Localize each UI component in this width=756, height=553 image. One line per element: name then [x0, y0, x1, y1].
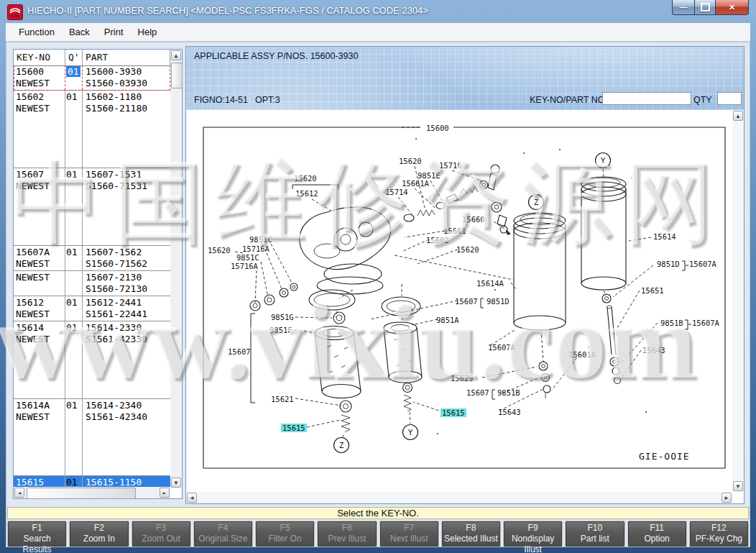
menu-back[interactable]: Back [62, 24, 97, 40]
key-no-cell[interactable]: 15615 [14, 476, 65, 488]
part-label[interactable]: 9851C [236, 253, 259, 262]
part-label[interactable]: 15620 [456, 245, 479, 254]
scroll-left-icon[interactable]: ◄ [14, 488, 24, 498]
fkey-f5-button[interactable]: F5Filter On [255, 521, 315, 547]
table-row[interactable]: 15600NEWEST0115600-3930S1560-03930 [14, 65, 170, 91]
part-label[interactable]: 15607 [228, 347, 251, 356]
scroll-up-icon[interactable]: ▲ [733, 111, 743, 121]
part-label[interactable]: 15661 [443, 227, 466, 235]
menu-function[interactable]: Function [11, 24, 62, 40]
fkey-f6-button[interactable]: F6Prev Illust [317, 521, 377, 547]
part-label[interactable]: 15716 [439, 161, 462, 170]
key-no-cell[interactable]: 15607NEWEST [14, 168, 65, 245]
scroll-down-icon[interactable]: ▼ [733, 481, 743, 491]
scroll-right-icon[interactable]: ► [160, 488, 170, 498]
part-no-cell[interactable]: 15600-3930S1560-03930 [83, 65, 170, 90]
diagram-vertical-scrollbar[interactable]: ▲ ▼ [732, 110, 744, 492]
part-label[interactable]: 9851F [269, 326, 292, 334]
fkey-f4-button[interactable]: F4Original Size [193, 521, 253, 547]
maximize-button[interactable] [695, 0, 716, 15]
part-label[interactable]: 15607 [466, 388, 489, 397]
fkey-f11-button[interactable]: F11Option [627, 521, 687, 547]
scroll-right-icon[interactable]: ► [722, 493, 732, 503]
table-row[interactable]: NEWEST15607-2130S1560-72130 [14, 271, 170, 296]
part-label[interactable]: 15601A [568, 350, 596, 359]
qty-cell[interactable] [65, 271, 83, 296]
part-label[interactable]: 15600 [426, 124, 449, 132]
qty-cell[interactable]: 01 [65, 399, 83, 475]
key-no-cell[interactable]: 15612NEWEST [14, 296, 65, 321]
part-no-cell[interactable]: 15615-1150 [83, 476, 170, 488]
part-no-cell[interactable]: 15612-2441S1561-22441 [83, 296, 170, 321]
part-label[interactable]: 15643 [642, 346, 665, 355]
scroll-thumb[interactable] [171, 63, 183, 88]
part-no-cell[interactable]: 15607-1531S1560-71531 [83, 168, 170, 245]
part-label[interactable]: 9851A [436, 316, 459, 324]
part-label[interactable]: 15620 [294, 174, 317, 183]
key-no-cell[interactable]: 15602NEWEST [14, 91, 65, 168]
part-label[interactable]: 9851G [271, 313, 294, 321]
part-label[interactable]: 9851C [249, 235, 272, 244]
key-no-cell[interactable]: NEWEST [14, 271, 65, 296]
part-no-cell[interactable]: 15607-1562S1560-71562 [83, 246, 170, 270]
part-label[interactable]: 15714 [385, 188, 408, 196]
part-label[interactable]: 15615 [442, 408, 465, 417]
part-label[interactable]: 15621 [271, 395, 294, 403]
part-label[interactable]: 15614A [476, 279, 504, 288]
part-label[interactable]: 15602 [426, 236, 449, 244]
part-label[interactable]: 9851B [497, 388, 520, 397]
diagram-horizontal-scrollbar[interactable]: ◄ ► [186, 492, 732, 503]
part-label[interactable]: 9851D [487, 297, 510, 306]
qty-cell[interactable]: 01 [65, 65, 83, 90]
part-label[interactable]: 15651 [641, 286, 664, 295]
scroll-down-icon[interactable]: ▼ [171, 477, 181, 488]
part-label[interactable]: 15607A [692, 319, 720, 327]
table-row[interactable]: 15602NEWEST0115602-1180S1560-21180 [14, 91, 170, 168]
table-row[interactable]: 15614NEWEST0115614-2330S1561-42330 [14, 321, 170, 399]
qty-cell[interactable]: 01 [65, 476, 83, 488]
close-button[interactable]: ✕ [716, 0, 749, 15]
part-label[interactable]: 15607 [455, 297, 478, 306]
table-vertical-scrollbar[interactable]: ▲ ▼ [170, 50, 182, 488]
qty-cell[interactable]: 01 [65, 296, 83, 321]
part-no-cell[interactable]: 15602-1180S1560-21180 [83, 91, 170, 168]
scroll-thumb[interactable] [27, 488, 136, 499]
fkey-f7-button[interactable]: F7Next Illust [379, 521, 439, 547]
part-label[interactable]: 15620 [399, 157, 422, 165]
scroll-up-icon[interactable]: ▲ [171, 50, 181, 60]
qty-cell[interactable]: 01 [65, 321, 83, 398]
part-label[interactable]: 15607A [689, 260, 717, 268]
qty-cell[interactable]: 01 [65, 91, 83, 168]
part-no-cell[interactable]: 15614-2340S1561-42340 [83, 399, 170, 475]
key-no-cell[interactable]: 15614ANEWEST [14, 399, 65, 475]
part-label[interactable]: 15614 [653, 232, 676, 241]
menu-print[interactable]: Print [97, 24, 131, 40]
part-label[interactable]: 15615 [282, 424, 305, 432]
table-row[interactable]: 15607NEWEST0115607-1531S1560-71531 [14, 168, 170, 246]
table-row[interactable]: 15612NEWEST0115612-2441S1561-22441 [14, 296, 170, 321]
minimize-button[interactable]: — [672, 0, 695, 15]
part-no-cell[interactable]: 15614-2330S1561-42330 [83, 321, 170, 398]
part-label[interactable]: 15607A [488, 343, 516, 352]
fkey-f9-button[interactable]: F9Nondisplay Illust [503, 521, 563, 547]
table-row[interactable]: 15614ANEWEST0115614-2340S1561-42340 [14, 399, 170, 476]
qty-input[interactable] [717, 92, 742, 105]
key-no-cell[interactable]: 15607ANEWEST [14, 246, 65, 270]
part-label[interactable]: 15660 [462, 215, 485, 224]
fkey-f10-button[interactable]: F10Part list [565, 521, 624, 547]
table-horizontal-scrollbar[interactable]: ◄ ► [14, 487, 170, 498]
part-label[interactable]: 15661A [402, 179, 430, 188]
fkey-f1-button[interactable]: F1Search Results [7, 521, 67, 547]
part-label[interactable]: 15643 [498, 408, 521, 416]
fkey-f3-button[interactable]: F3Zoom Out [132, 521, 191, 547]
part-label[interactable]: 9851B [660, 319, 683, 327]
scroll-left-icon[interactable]: ◄ [187, 493, 197, 503]
fkey-f2-button[interactable]: F2Zoom In [69, 521, 129, 547]
fkey-f12-button[interactable]: F12PF-Key Chg [689, 521, 749, 547]
table-row[interactable]: 15607ANEWEST0115607-1562S1560-71562 [14, 246, 170, 271]
part-label[interactable]: 15629 [451, 374, 474, 383]
menu-help[interactable]: Help [131, 24, 165, 40]
table-row[interactable]: 156150115615-1150 [14, 476, 170, 488]
key-no-cell[interactable]: 15600NEWEST [14, 65, 65, 90]
qty-cell[interactable]: 01 [65, 168, 83, 245]
